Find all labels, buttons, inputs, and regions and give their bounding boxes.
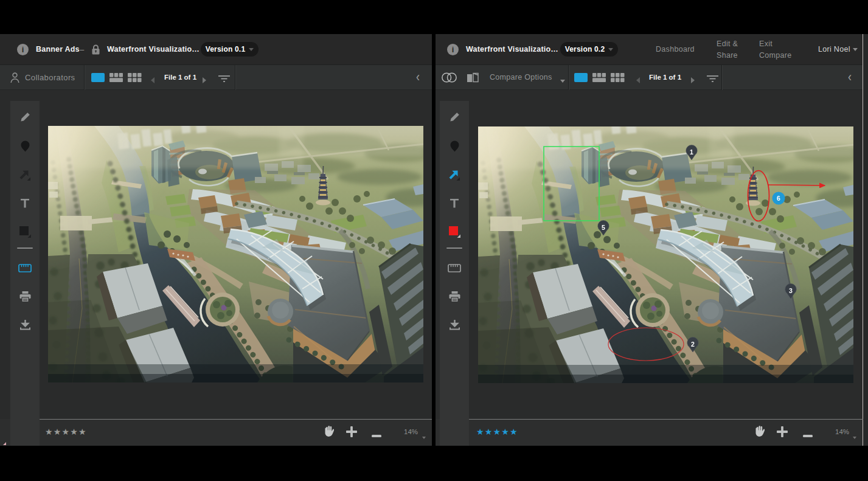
svg-text:5: 5 [602, 224, 605, 231]
svg-text:6: 6 [777, 195, 780, 202]
svg-text:1: 1 [690, 148, 693, 156]
svg-text:3: 3 [789, 287, 793, 294]
svg-text:2: 2 [691, 341, 695, 348]
